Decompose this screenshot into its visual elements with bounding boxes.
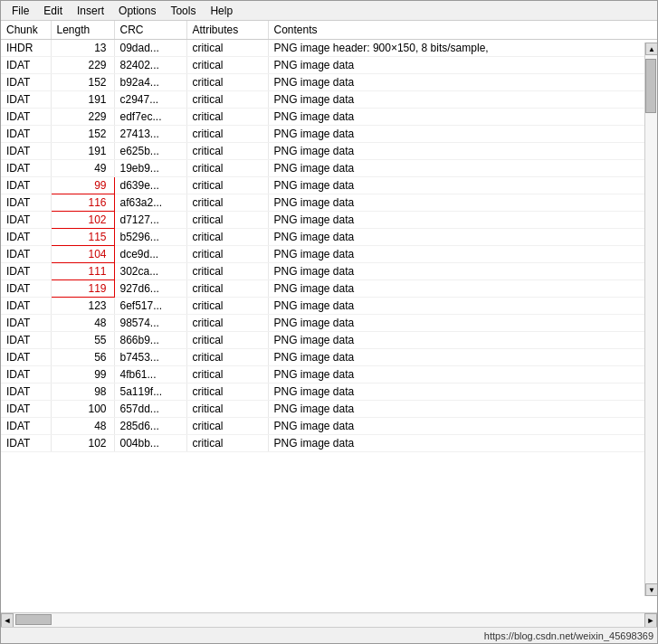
cell-chunk: IDAT	[1, 280, 51, 298]
cell-contents: PNG image header: 900×150, 8 bits/sample…	[268, 40, 657, 57]
cell-chunk: IDAT	[1, 126, 51, 143]
cell-crc: d7127...	[114, 212, 186, 229]
cell-contents: PNG image data	[268, 298, 657, 315]
cell-crc: 004bb...	[114, 435, 186, 452]
cell-length: 102	[51, 435, 114, 452]
cell-chunk: IDAT	[1, 401, 51, 418]
cell-crc: 927d6...	[114, 280, 186, 298]
cell-chunk: IDAT	[1, 435, 51, 452]
cell-contents: PNG image data	[268, 57, 657, 74]
cell-length: 229	[51, 57, 114, 74]
cell-length: 116	[51, 194, 114, 212]
table-row[interactable]: IDAT102d7127...criticalPNG image data	[1, 212, 657, 229]
cell-crc: 285d6...	[114, 418, 186, 435]
scroll-right-button[interactable]: ►	[644, 613, 657, 628]
cell-chunk: IDAT	[1, 194, 51, 212]
table-row[interactable]: IDAT4919eb9...criticalPNG image data	[1, 160, 657, 177]
table-row[interactable]: IDAT102004bb...criticalPNG image data	[1, 435, 657, 452]
cell-attributes: critical	[186, 401, 268, 418]
table-row[interactable]: IDAT985a119f...criticalPNG image data	[1, 384, 657, 401]
scroll-left-button[interactable]: ◄	[1, 613, 14, 628]
cell-contents: PNG image data	[268, 435, 657, 452]
cell-crc: 27413...	[114, 126, 186, 143]
cell-attributes: critical	[186, 74, 268, 91]
cell-chunk: IDAT	[1, 143, 51, 160]
table-row[interactable]: IDAT191e625b...criticalPNG image data	[1, 143, 657, 160]
cell-contents: PNG image data	[268, 177, 657, 194]
cell-attributes: critical	[186, 91, 268, 109]
table-row[interactable]: IDAT48285d6...criticalPNG image data	[1, 418, 657, 435]
cell-crc: 302ca...	[114, 263, 186, 280]
hscroll-thumb[interactable]	[15, 614, 52, 625]
status-url: https://blog.csdn.net/weixin_45698369	[484, 630, 653, 641]
table-row[interactable]: IDAT119927d6...criticalPNG image data	[1, 280, 657, 298]
table-row[interactable]: IDAT994fb61...criticalPNG image data	[1, 366, 657, 384]
cell-chunk: IDAT	[1, 418, 51, 435]
cell-length: 56	[51, 349, 114, 366]
table-row[interactable]: IDAT100657dd...criticalPNG image data	[1, 401, 657, 418]
col-header-chunk: Chunk	[1, 21, 51, 40]
table-row[interactable]: IDAT99d639e...criticalPNG image data	[1, 177, 657, 194]
cell-contents: PNG image data	[268, 366, 657, 384]
cell-attributes: critical	[186, 384, 268, 401]
table-row[interactable]: IDAT115b5296...criticalPNG image data	[1, 229, 657, 246]
menu-item-file[interactable]: File	[5, 3, 36, 19]
data-table-body: IHDR1309dad...criticalPNG image header: …	[1, 40, 657, 452]
table-row[interactable]: IDAT229edf7ec...criticalPNG image data	[1, 109, 657, 126]
cell-chunk: IDAT	[1, 57, 51, 74]
menu-item-help[interactable]: Help	[203, 3, 240, 19]
menu-item-insert[interactable]: Insert	[70, 3, 111, 19]
cell-contents: PNG image data	[268, 246, 657, 263]
cell-chunk: IDAT	[1, 160, 51, 177]
cell-crc: 5a119f...	[114, 384, 186, 401]
cell-chunk: IDAT	[1, 212, 51, 229]
cell-length: 102	[51, 212, 114, 229]
col-header-length: Length	[51, 21, 114, 40]
cell-crc: 657dd...	[114, 401, 186, 418]
table-row[interactable]: IDAT111302ca...criticalPNG image data	[1, 263, 657, 280]
table-row[interactable]: IDAT116af63a2...criticalPNG image data	[1, 194, 657, 212]
cell-crc: af63a2...	[114, 194, 186, 212]
cell-crc: b92a4...	[114, 74, 186, 91]
table-row[interactable]: IDAT15227413...criticalPNG image data	[1, 126, 657, 143]
table-row[interactable]: IDAT56b7453...criticalPNG image data	[1, 349, 657, 366]
status-bar: https://blog.csdn.net/weixin_45698369	[1, 627, 657, 643]
cell-contents: PNG image data	[268, 212, 657, 229]
table-scroll-area[interactable]: IHDR1309dad...criticalPNG image header: …	[1, 40, 657, 612]
cell-length: 98	[51, 384, 114, 401]
scroll-track	[645, 55, 657, 583]
table-row[interactable]: IDAT4898574...criticalPNG image data	[1, 315, 657, 332]
scroll-thumb[interactable]	[645, 59, 656, 113]
horizontal-scrollbar[interactable]: ◄ ►	[1, 612, 657, 627]
menubar: FileEditInsertOptionsToolsHelp	[1, 1, 657, 21]
scroll-down-button[interactable]: ▼	[645, 583, 657, 596]
menu-item-edit[interactable]: Edit	[36, 3, 70, 19]
cell-attributes: critical	[186, 126, 268, 143]
cell-crc: 866b9...	[114, 332, 186, 349]
cell-attributes: critical	[186, 418, 268, 435]
table-row[interactable]: IDAT1236ef517...criticalPNG image data	[1, 298, 657, 315]
table-row[interactable]: IDAT55866b9...criticalPNG image data	[1, 332, 657, 349]
menu-item-tools[interactable]: Tools	[163, 3, 203, 19]
cell-attributes: critical	[186, 160, 268, 177]
cell-length: 115	[51, 229, 114, 246]
menu-item-options[interactable]: Options	[111, 3, 163, 19]
cell-contents: PNG image data	[268, 74, 657, 91]
cell-length: 99	[51, 177, 114, 194]
scroll-up-button[interactable]: ▲	[645, 43, 657, 55]
cell-chunk: IDAT	[1, 315, 51, 332]
cell-chunk: IDAT	[1, 349, 51, 366]
cell-length: 49	[51, 160, 114, 177]
vertical-scrollbar[interactable]: ▲ ▼	[644, 43, 657, 596]
cell-attributes: critical	[186, 194, 268, 212]
table-row[interactable]: IDAT152b92a4...criticalPNG image data	[1, 74, 657, 91]
cell-contents: PNG image data	[268, 263, 657, 280]
table-container: ▲ ▼ Chunk Length CRC Attributes	[1, 21, 657, 612]
table-row[interactable]: IHDR1309dad...criticalPNG image header: …	[1, 40, 657, 57]
cell-contents: PNG image data	[268, 109, 657, 126]
table-row[interactable]: IDAT191c2947...criticalPNG image data	[1, 91, 657, 109]
cell-contents: PNG image data	[268, 332, 657, 349]
table-row[interactable]: IDAT22982402...criticalPNG image data	[1, 57, 657, 74]
table-row[interactable]: IDAT104dce9d...criticalPNG image data	[1, 246, 657, 263]
cell-crc: 98574...	[114, 315, 186, 332]
